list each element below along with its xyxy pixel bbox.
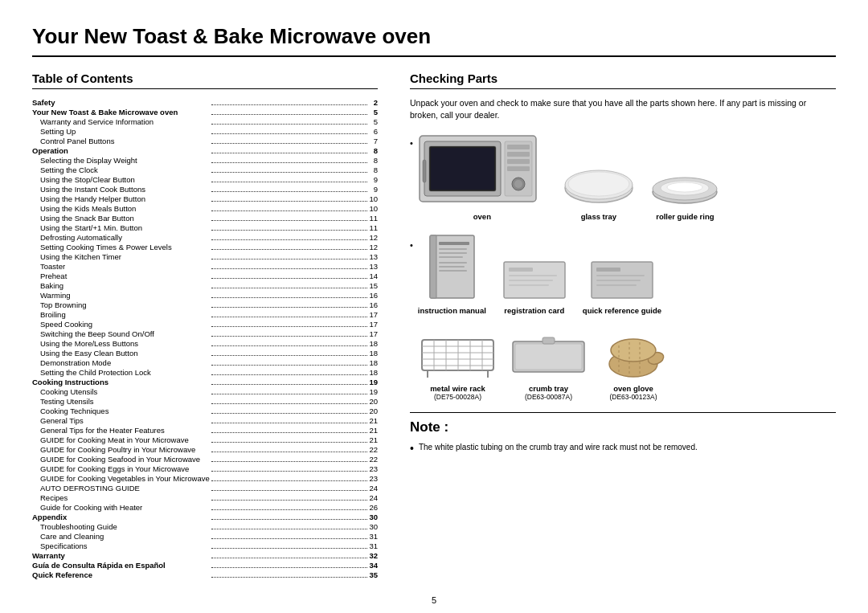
toc-label: Setting the Child Protection Lock xyxy=(32,367,211,377)
note-title: Note : xyxy=(410,419,836,435)
toc-page: 12 xyxy=(367,242,378,251)
quick-reference-guide-icon xyxy=(590,258,654,302)
toc-dots xyxy=(211,473,368,483)
toc-label: Using the Instant Cook Buttons xyxy=(32,184,211,194)
table-of-contents: Table of Contents Safety2Your New Toast … xyxy=(32,72,378,579)
toc-page: 32 xyxy=(367,550,378,560)
toc-dots xyxy=(211,444,368,454)
note-section: Note : • The white plastic tubing on the… xyxy=(410,412,836,455)
toc-label: Setting the Clock xyxy=(32,165,211,174)
toc-label: Selecting the Display Weight xyxy=(32,155,211,165)
toc-page: 34 xyxy=(367,560,378,570)
toc-item: Appendix30 xyxy=(32,512,378,521)
toc-page: 15 xyxy=(367,280,378,290)
svg-rect-32 xyxy=(509,284,549,286)
toc-label: Specifications xyxy=(32,541,211,550)
toc-item: Safety2 xyxy=(32,97,378,107)
svg-rect-7 xyxy=(507,159,530,164)
svg-rect-6 xyxy=(507,152,530,157)
toc-page: 11 xyxy=(367,223,378,232)
svg-rect-36 xyxy=(596,280,641,281)
toc-dots xyxy=(211,502,368,512)
toc-label: Guide for Cooking with Heater xyxy=(32,502,211,512)
toc-dots xyxy=(211,126,368,136)
toc-dots xyxy=(211,425,368,435)
toc-page: 16 xyxy=(367,290,378,300)
toc-label: Operation xyxy=(32,145,211,155)
toc-dots xyxy=(211,174,368,184)
toc-dots xyxy=(211,348,368,358)
toc-dots xyxy=(211,271,368,280)
svg-rect-52 xyxy=(542,337,555,344)
part-instruction-manual: instruction manual xyxy=(418,234,486,315)
toc-item: Guide for Cooking with Heater26 xyxy=(32,502,378,512)
instruction-manual-icon xyxy=(426,234,478,302)
checking-parts-title: Checking Parts xyxy=(410,72,836,89)
toc-item: Recipes24 xyxy=(32,492,378,502)
toc-item: Using the Start/+1 Min. Button11 xyxy=(32,223,378,232)
toc-page: 6 xyxy=(367,126,378,136)
toc-dots xyxy=(211,280,368,290)
toc-page: 17 xyxy=(367,329,378,338)
toc-page: 21 xyxy=(367,435,378,444)
toc-item: Using the Kids Meals Button10 xyxy=(32,203,378,213)
toc-page: 17 xyxy=(367,309,378,319)
toc-label: Broiling xyxy=(32,309,211,319)
toc-label: Your New Toast & Bake Microwave oven xyxy=(32,107,211,116)
toc-item: Using the Easy Clean Button18 xyxy=(32,348,378,358)
toc-page: 21 xyxy=(367,415,378,425)
toc-dots xyxy=(211,300,368,309)
toc-dots xyxy=(211,377,368,386)
toc-item: Testing Utensils20 xyxy=(32,396,378,406)
toc-dots xyxy=(211,194,368,203)
toc-label: Using the More/Less Buttons xyxy=(32,338,211,348)
toc-page: 31 xyxy=(367,531,378,541)
toc-page: 23 xyxy=(367,473,378,483)
toc-page: 24 xyxy=(367,492,378,502)
crumb-tray-sublabel: (DE63-00087A) xyxy=(525,393,572,401)
toc-page: 18 xyxy=(367,348,378,358)
registration-card-label: registration card xyxy=(504,306,564,315)
toc-label: Using the Snack Bar Button xyxy=(32,213,211,223)
toc-page: 2 xyxy=(367,97,378,107)
toc-item: GUIDE for Cooking Vegetables in Your Mic… xyxy=(32,473,378,483)
toc-dots xyxy=(211,261,368,271)
toc-dots xyxy=(211,550,368,560)
svg-rect-21 xyxy=(439,242,469,245)
toc-page: 22 xyxy=(367,444,378,454)
toc-label: Troubleshooting Guide xyxy=(32,521,211,531)
toc-item: Demonstration Mode18 xyxy=(32,358,378,367)
part-quick-reference-guide: quick reference guide xyxy=(583,258,661,315)
toc-dots xyxy=(211,97,368,107)
toc-page: 20 xyxy=(367,396,378,406)
toc-dots xyxy=(211,358,368,367)
toc-dots xyxy=(211,184,368,194)
svg-rect-29 xyxy=(509,268,533,272)
toc-page: 9 xyxy=(367,174,378,184)
toc-item: GUIDE for Cooking Meat in Your Microwave… xyxy=(32,435,378,444)
toc-label: Setting Up xyxy=(32,126,211,136)
oven-glove-label: oven glove xyxy=(613,384,653,393)
toc-label: Warranty xyxy=(32,550,211,560)
note-bullet: • xyxy=(410,442,414,455)
toc-dots xyxy=(211,309,368,319)
toc-dots xyxy=(211,203,368,213)
toc-dots xyxy=(211,454,368,464)
toc-item: Selecting the Display Weight8 xyxy=(32,155,378,165)
toc-label: Switching the Beep Sound On/Off xyxy=(32,329,211,338)
toc-page: 12 xyxy=(367,232,378,242)
toc-dots xyxy=(211,570,368,579)
svg-rect-20 xyxy=(430,235,436,298)
note-text: The white plastic tubing on the crumb tr… xyxy=(419,442,698,453)
toc-label: Appendix xyxy=(32,512,211,521)
toc-label: Using the Easy Clean Button xyxy=(32,348,211,358)
svg-point-55 xyxy=(611,339,656,362)
toc-label: Setting Cooking Times & Power Levels xyxy=(32,242,211,251)
toc-label: GUIDE for Cooking Seafood in Your Microw… xyxy=(32,454,211,464)
toc-dots xyxy=(211,107,368,116)
quick-reference-guide-label: quick reference guide xyxy=(583,306,661,315)
toc-item: Cooking Instructions19 xyxy=(32,377,378,386)
bullet-row2: • xyxy=(410,240,413,250)
toc-label: GUIDE for Cooking Poultry in Your Microw… xyxy=(32,444,211,454)
toc-label: GUIDE for Cooking Vegetables in Your Mic… xyxy=(32,473,211,483)
